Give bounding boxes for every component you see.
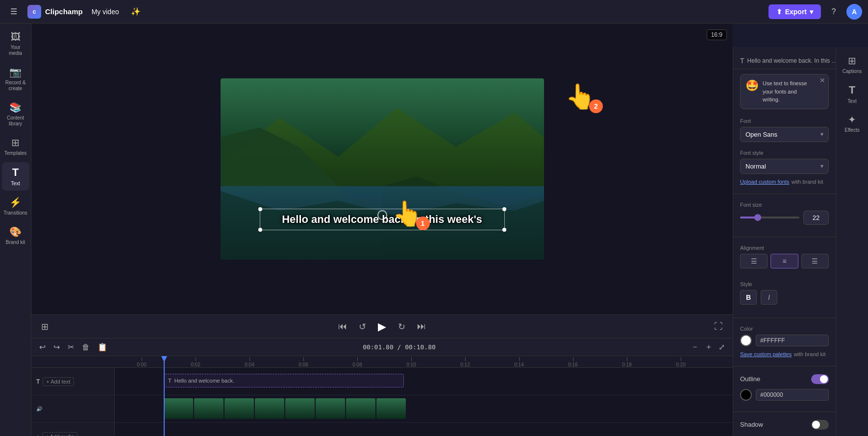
shadow-label: Shadow xyxy=(740,421,763,428)
ruler-tick-8: 0:16 xyxy=(546,357,600,367)
sidebar-item-text[interactable]: T Text xyxy=(2,162,29,191)
color-value[interactable]: #FFFFFF xyxy=(756,335,829,346)
delete-button[interactable]: 🗑 xyxy=(80,341,92,354)
video-track-content xyxy=(115,395,733,422)
avatar[interactable]: A xyxy=(846,4,862,20)
tick-label-4: 0:08 xyxy=(352,362,362,367)
fullscreen-button[interactable]: ⛶ xyxy=(712,319,725,334)
app-name: Clipchamp xyxy=(45,7,83,16)
bold-button[interactable]: B xyxy=(740,290,757,305)
video-track-label: 🔊 xyxy=(31,395,115,422)
skip-back-button[interactable]: ⏮ xyxy=(336,319,349,334)
drag-handle[interactable] xyxy=(377,210,387,220)
color-label: Color xyxy=(740,326,829,332)
video-title[interactable]: My video xyxy=(89,7,122,17)
sidebar-item-brand-kit[interactable]: 🎨 Brand kit xyxy=(2,222,29,249)
tick-label-10: 0:20 xyxy=(676,362,685,367)
zoom-in-button[interactable]: ＋ xyxy=(703,340,715,354)
shadow-toggle[interactable] xyxy=(811,420,829,430)
sidebar-item-your-media[interactable]: 🖼 Your media xyxy=(2,27,29,60)
undo-button[interactable]: ↩ xyxy=(37,340,48,354)
text-overlay[interactable]: Hello and welcome back. In this week's xyxy=(260,209,505,230)
sidebar-label-templates: Templates xyxy=(4,150,27,156)
align-left-button[interactable]: ☰ xyxy=(740,254,768,268)
transport-bar: ⊞ ⏮ ↺ ▶ ↻ ⏭ ⛶ xyxy=(31,315,733,338)
tooltip-close-button[interactable]: ✕ xyxy=(819,76,825,84)
upload-fonts-link[interactable]: Upload custom fonts xyxy=(740,179,789,185)
align-center-button[interactable]: ≡ xyxy=(770,254,798,268)
color-section: Color #FFFFFF Save custom palettes with … xyxy=(733,322,836,362)
color-circle[interactable] xyxy=(740,335,752,346)
captions-button[interactable]: ⊞ xyxy=(39,319,50,334)
export-icon: ⬆ xyxy=(776,8,782,16)
alignment-label: Alignment xyxy=(740,245,829,251)
topbar: ☰ c Clipchamp My video ✨ ⬆ Export ▾ ? A xyxy=(0,0,868,24)
add-text-button[interactable]: + Add text xyxy=(43,377,74,386)
video-track-row: 🔊 xyxy=(31,395,733,423)
tick-label-3: 0:06 xyxy=(298,362,308,367)
save-custom-suffix: with brand kit xyxy=(794,351,826,357)
right-area: T Hello and welcome back. In this … 🤩 Us… xyxy=(733,24,868,436)
outline-color-swatch: #000000 xyxy=(740,389,829,401)
help-icon[interactable]: ? xyxy=(826,4,842,20)
save-custom-palettes-link[interactable]: Save custom palettes xyxy=(740,351,792,357)
tooltip-popup: 🤩 Use text to finesse your fonts and wri… xyxy=(740,74,829,109)
slider-thumb[interactable] xyxy=(754,214,761,221)
style-row: B I xyxy=(740,290,829,305)
right-icon-sidebar: ⊞ Captions T Text ✦ Effects xyxy=(836,47,868,436)
font-select-arrow: ▾ xyxy=(820,131,823,138)
divider-4 xyxy=(733,366,836,366)
text-track-row: T + Add text T Hello and welcome back. xyxy=(31,368,733,395)
tick-label-5: 0:10 xyxy=(406,362,416,367)
outline-color-value[interactable]: #000000 xyxy=(756,389,829,401)
video-clip[interactable] xyxy=(164,398,463,419)
add-audio-button[interactable]: + Add audio xyxy=(42,432,77,436)
magic-icon[interactable]: ✨ xyxy=(128,4,144,20)
play-button[interactable]: ▶ xyxy=(376,318,388,335)
sidebar-item-content-library[interactable]: 📚 Contentlibrary xyxy=(2,97,29,131)
font-size-input[interactable]: 22 xyxy=(803,211,829,225)
sidebar-item-templates[interactable]: ⊞ Templates xyxy=(2,133,29,160)
center-area: 16:9 xyxy=(31,24,733,436)
fit-timeline-button[interactable]: ⤢ xyxy=(717,340,727,354)
sidebar-item-transitions[interactable]: ⚡ Transitions xyxy=(2,193,29,220)
font-size-section: Font size 22 xyxy=(733,198,836,233)
properties-panel: T Hello and welcome back. In this … 🤩 Us… xyxy=(733,47,836,436)
timeline-ruler-area: 0:00 0:02 0:04 0:06 xyxy=(31,356,733,436)
text-clip[interactable]: T Hello and welcome back. xyxy=(164,374,404,388)
font-size-label: Font size xyxy=(740,202,829,208)
redo-button[interactable]: ↪ xyxy=(51,340,62,354)
align-right-button[interactable]: ☰ xyxy=(801,254,829,268)
italic-button[interactable]: I xyxy=(761,290,777,305)
playhead[interactable] xyxy=(164,368,165,436)
font-style-select[interactable]: Normal ▾ xyxy=(740,159,829,174)
caption-header-icon: T xyxy=(740,57,744,65)
timeline-area: ↩ ↪ ✂ 🗑 📋 00:01.80 / 00:10.80 － ＋ ⤢ xyxy=(31,338,733,436)
export-button[interactable]: ⬆ Export ▾ xyxy=(769,4,821,19)
rewind-button[interactable]: ↺ xyxy=(357,319,368,334)
outline-toggle[interactable] xyxy=(811,374,829,384)
zoom-out-button[interactable]: － xyxy=(689,340,701,354)
upload-fonts-suffix: with brand kit xyxy=(792,179,823,185)
export-chevron: ▾ xyxy=(810,8,813,16)
sidebar-label-your-media: Your media xyxy=(4,45,27,56)
duplicate-button[interactable]: 📋 xyxy=(96,340,109,354)
fast-forward-button[interactable]: ↻ xyxy=(396,319,407,334)
font-select[interactable]: Open Sans ▾ xyxy=(740,127,829,142)
outline-color-circle[interactable] xyxy=(740,389,752,401)
thumb-4 xyxy=(255,398,284,419)
rs-text[interactable]: T Text xyxy=(839,80,866,108)
font-section: Font Open Sans ▾ xyxy=(733,114,836,146)
cut-button[interactable]: ✂ xyxy=(66,340,76,354)
rs-effects-label: Effects xyxy=(844,127,859,133)
thumb-1 xyxy=(164,398,193,419)
skip-forward-button[interactable]: ⏭ xyxy=(415,319,428,334)
divider-1 xyxy=(733,194,836,194)
rs-effects[interactable]: ✦ Effects xyxy=(839,110,866,137)
app-logo: c Clipchamp xyxy=(27,5,83,19)
menu-icon[interactable]: ☰ xyxy=(6,4,22,20)
rs-captions[interactable]: ⊞ Captions xyxy=(839,51,866,78)
thumb-2 xyxy=(194,398,223,419)
sidebar-item-record[interactable]: 📷 Record &create xyxy=(2,62,29,96)
font-size-slider[interactable] xyxy=(740,217,799,218)
